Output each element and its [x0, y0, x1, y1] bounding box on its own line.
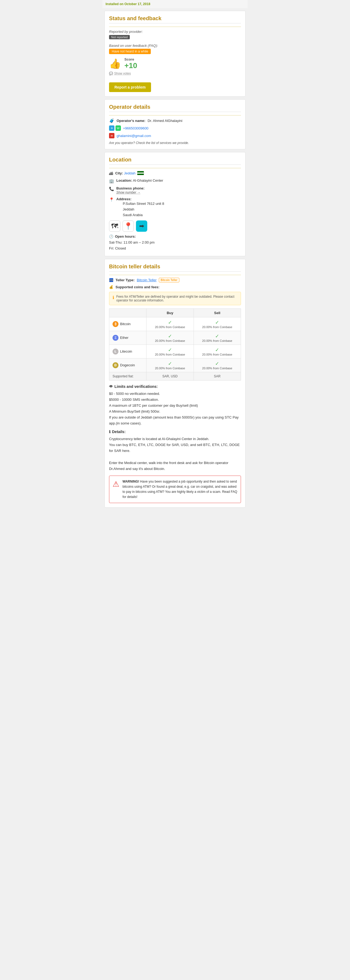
buy-check: ✓: [150, 347, 190, 353]
ether-icon: Ξ: [113, 335, 118, 341]
limits-section: 👁 Limits and verifications: $0 - 5000 no…: [109, 384, 241, 426]
supported-coins-row: 💰 Supported coins and fees:: [109, 285, 241, 289]
detail-item: You can buy BTC, ETH, LTC, DOGE for SAR,…: [109, 442, 241, 454]
coin-row: Ł Litecoin ✓ 20.00% from Coinbase ✓ 20.0…: [109, 345, 241, 358]
sell-check: ✓: [197, 361, 237, 367]
buy-cell: ✓ 20.00% from Coinbase: [146, 358, 194, 372]
buy-cell: ✓ 20.00% from Coinbase: [146, 331, 194, 345]
sell-cell: ✓ 20.00% from Coinbase: [194, 345, 241, 358]
teller-details-card: Bitcoin teller details 🏧 Teller Type: Bi…: [105, 259, 245, 508]
status-feedback-card: Status and feedback Reported by provider…: [105, 11, 245, 97]
coin-name: Dogecoin: [120, 363, 135, 367]
sell-cell: ✓ 20.00% from Coinbase: [194, 317, 241, 331]
operator-phone-row: ✈ W +966503009600: [109, 126, 241, 131]
info-circle-icon: ℹ: [109, 430, 110, 434]
saudi-flag: [137, 171, 144, 175]
detail-item: Enter the Medical center, walk into the …: [109, 460, 241, 472]
coins-icon: 💰: [109, 285, 113, 289]
email-icon: ✉: [109, 133, 115, 138]
dogecoin-icon: Ð: [113, 362, 118, 368]
sell-check: ✓: [197, 347, 237, 353]
location-section-title: Location: [109, 157, 241, 165]
user-feedback-label: Based on user feedback (FAQ):: [109, 44, 241, 48]
sell-fee: 20.00% from Coinbase: [197, 325, 237, 329]
sell-fee: 20.00% from Coinbase: [197, 339, 237, 342]
briefcase-icon: 🧳: [109, 118, 115, 123]
score-row: 👍 Score +10: [109, 57, 241, 70]
address-line1: P.Sultan Street 7612 unit 8: [123, 201, 164, 207]
installed-date-bar: Installed on October 17, 2018: [102, 0, 248, 8]
speech-bubble-icon: 💬: [109, 72, 113, 75]
teller-type-label: Teller Type:: [116, 278, 135, 282]
limit-item: A maximum of 1BTC per customer per day B…: [109, 402, 241, 409]
operator-name-label: Operator's name:: [116, 119, 145, 123]
limits-text: $0 - 5000 no verification needed.$5000 -…: [109, 391, 241, 426]
coin-row: Ξ Ether ✓ 20.00% from Coinbase ✓ 20.00% …: [109, 331, 241, 345]
reported-by-label: Reported by provider:: [109, 30, 241, 33]
score-value: +10: [124, 61, 137, 70]
thumbs-up-icon: 👍: [109, 58, 121, 70]
limit-item: $0 - 5000 no verification needed.: [109, 391, 241, 397]
open-hours-section: 🕐 Open hours: Sat-Thu: 11:00 am – 2:00 p…: [109, 234, 241, 251]
not-reported-badge: Not reported: [109, 35, 130, 39]
waze-button[interactable]: ➡: [136, 220, 147, 232]
buy-check: ✓: [150, 320, 190, 325]
fees-info-box: ℹ Fees for ATM/Teller are defined by ope…: [109, 292, 241, 305]
fiat-label: Supported fiat:: [109, 372, 146, 380]
details-text: Cryptocurrency teller is located at Al-G…: [109, 436, 241, 472]
warning-icon: ⚠: [113, 480, 119, 488]
buy-col-header: Buy: [146, 309, 194, 317]
location-label: Location:: [116, 178, 132, 183]
buy-check: ✓: [150, 361, 190, 367]
show-votes-link[interactable]: 💬 Show votes: [109, 72, 131, 75]
sell-check: ✓: [197, 320, 237, 325]
sell-fee: 20.00% from Coinbase: [197, 367, 237, 370]
phone-link[interactable]: +966503009600: [123, 126, 148, 130]
show-number-link[interactable]: Show number →: [116, 191, 140, 194]
warning-bold: WARNING!: [123, 480, 139, 484]
business-phone-row: 📞 Business phone: Show number →: [109, 186, 241, 194]
coin-name: Bitcoin: [120, 322, 130, 326]
operator-section-title: Operator details: [109, 104, 241, 112]
limit-item: $5000 - 10000 SMS verification.: [109, 397, 241, 402]
score-label: Score: [124, 57, 137, 61]
coin-row: ₿ Bitcoin ✓ 20.00% from Coinbase ✓ 20.00…: [109, 317, 241, 331]
teller-section-title: Bitcoin teller details: [109, 264, 241, 272]
operator-name-value: Dr. Ahmed AlGhalayini: [148, 119, 182, 123]
details-section: ℹ Details: Cryptocurrency teller is loca…: [109, 430, 241, 472]
bitcoin-teller-badge: Bitcoin Teller: [159, 278, 180, 282]
coin-col-header: [109, 309, 146, 317]
buy-cell: ✓ 20.00% from Coinbase: [146, 317, 194, 331]
buy-fee: 20.00% from Coinbase: [150, 339, 190, 342]
warning-box: ⚠ WARNING! Have you been suggested a job…: [109, 476, 241, 503]
address-line3: Saudi Arabia: [123, 212, 164, 218]
operator-name-row: 🧳 Operator's name: Dr. Ahmed AlGhalayini: [109, 118, 241, 123]
teller-type-link[interactable]: Bitcoin Teller: [137, 278, 156, 282]
open-hours-label: Open hours:: [115, 234, 136, 239]
email-link[interactable]: ghalamini@gmail.com: [116, 134, 151, 138]
coin-name: Litecoin: [120, 349, 132, 353]
google-maps-alt-button[interactable]: 📍: [123, 220, 134, 232]
report-problem-button[interactable]: Report a problem: [109, 82, 151, 92]
address-line2: Jeddah: [123, 207, 164, 212]
buy-fee: 20.00% from Coinbase: [150, 353, 190, 356]
hours-line1: Sat-Thu: 11:00 am – 2:00 pm: [109, 240, 241, 245]
user-feedback-badge: Have not heard in a while: [109, 49, 151, 54]
bitcoin-icon: ₿: [113, 321, 118, 327]
city-label: City:: [115, 171, 123, 175]
location-icon: 🏢: [109, 179, 114, 184]
sell-cell: ✓ 20.00% from Coinbase: [194, 331, 241, 345]
location-card: Location 🏙 City: Jeddah 🏢 Location: Al-G…: [105, 152, 245, 256]
city-link[interactable]: Jeddah: [124, 171, 136, 175]
sell-col-header: Sell: [194, 309, 241, 317]
coin-name: Ether: [120, 336, 129, 340]
sell-check: ✓: [197, 333, 237, 339]
business-phone-label: Business phone:: [116, 186, 145, 190]
teller-type-row: 🏧 Teller Type: Bitcoin Teller Bitcoin Te…: [109, 278, 241, 282]
google-maps-button[interactable]: 🗺: [109, 220, 120, 232]
fiat-buy: SAR, USD: [146, 372, 194, 380]
city-icon: 🏙: [109, 171, 113, 176]
buy-cell: ✓ 20.00% from Coinbase: [146, 345, 194, 358]
status-section-title: Status and feedback: [109, 15, 241, 24]
address-row: 📍 Address: P.Sultan Street 7612 unit 8 J…: [109, 197, 241, 218]
